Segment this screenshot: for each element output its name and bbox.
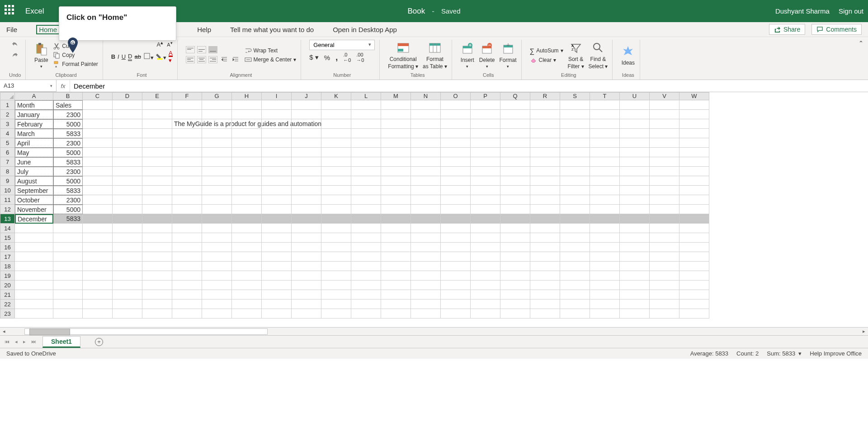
align-bottom-button[interactable]	[208, 46, 217, 53]
cell-A19[interactable]	[15, 271, 53, 281]
cell-R12[interactable]	[530, 205, 560, 214]
cell-V23[interactable]	[650, 309, 679, 318]
double-underline-button[interactable]: D	[128, 53, 132, 61]
cell-P4[interactable]	[471, 129, 500, 138]
cell-N22[interactable]	[411, 300, 441, 309]
cell-L3[interactable]	[351, 119, 381, 129]
cell-W1[interactable]	[679, 100, 709, 110]
cell-R21[interactable]	[530, 290, 560, 300]
cell-F22[interactable]	[172, 300, 202, 309]
cell-E8[interactable]	[142, 167, 172, 176]
cell-A7[interactable]: June	[15, 157, 53, 167]
currency-button[interactable]: $ ▾	[309, 53, 319, 61]
cell-L16[interactable]	[351, 243, 381, 252]
cell-I1[interactable]	[262, 100, 292, 110]
column-header-B[interactable]: B	[53, 92, 83, 100]
comma-button[interactable]: ,	[335, 53, 338, 62]
cell-F15[interactable]	[172, 233, 202, 243]
cell-O12[interactable]	[441, 205, 471, 214]
cell-E3[interactable]	[142, 119, 172, 129]
cell-Q4[interactable]	[500, 129, 530, 138]
format-painter-button[interactable]: Format Painter	[53, 61, 98, 68]
cell-R11[interactable]	[530, 195, 560, 205]
cell-G10[interactable]	[202, 186, 232, 195]
cell-P23[interactable]	[471, 309, 500, 318]
cell-L11[interactable]	[351, 195, 381, 205]
menu-help[interactable]: Help	[197, 26, 211, 33]
fx-icon[interactable]: fx	[57, 80, 70, 92]
delete-cells-button[interactable]: Delete▾	[479, 42, 495, 69]
cell-K8[interactable]	[321, 167, 351, 176]
cell-P16[interactable]	[471, 243, 500, 252]
cell-L21[interactable]	[351, 290, 381, 300]
row-header-14[interactable]: 14	[0, 224, 15, 233]
cell-S16[interactable]	[560, 243, 590, 252]
cell-P12[interactable]	[471, 205, 500, 214]
cell-O11[interactable]	[441, 195, 471, 205]
column-header-K[interactable]: K	[321, 92, 351, 100]
cell-A15[interactable]	[15, 233, 53, 243]
cell-I22[interactable]	[262, 300, 292, 309]
undo-button[interactable]	[10, 40, 19, 49]
cell-C17[interactable]	[83, 252, 113, 262]
cell-F2[interactable]	[172, 110, 202, 119]
cell-F8[interactable]	[172, 167, 202, 176]
cell-M10[interactable]	[381, 186, 411, 195]
cell-A11[interactable]: October	[15, 195, 53, 205]
cell-S13[interactable]	[560, 214, 590, 224]
cell-B18[interactable]	[53, 262, 83, 271]
sign-out-link[interactable]: Sign out	[839, 7, 863, 15]
cell-E4[interactable]	[142, 129, 172, 138]
cell-Q18[interactable]	[500, 262, 530, 271]
cell-M3[interactable]	[381, 119, 411, 129]
cell-S7[interactable]	[560, 157, 590, 167]
cell-S19[interactable]	[560, 271, 590, 281]
format-cells-button[interactable]: Format▾	[500, 42, 517, 69]
cell-U22[interactable]	[620, 300, 650, 309]
cell-S5[interactable]	[560, 138, 590, 148]
cell-K20[interactable]	[321, 281, 351, 290]
cell-W10[interactable]	[679, 186, 709, 195]
cell-R6[interactable]	[530, 148, 560, 157]
cell-Q13[interactable]	[500, 214, 530, 224]
cell-W2[interactable]	[679, 110, 709, 119]
cell-V22[interactable]	[650, 300, 679, 309]
cell-V20[interactable]	[650, 281, 679, 290]
cell-G2[interactable]	[202, 110, 232, 119]
cell-N17[interactable]	[411, 252, 441, 262]
row-header-16[interactable]: 16	[0, 243, 15, 252]
cell-H12[interactable]	[232, 205, 262, 214]
cell-I6[interactable]	[262, 148, 292, 157]
cell-V12[interactable]	[650, 205, 679, 214]
row-header-3[interactable]: 3	[0, 119, 15, 129]
cell-G1[interactable]	[202, 100, 232, 110]
cell-H13[interactable]	[232, 214, 262, 224]
cell-L4[interactable]	[351, 129, 381, 138]
cell-I3[interactable]	[262, 119, 292, 129]
cell-J12[interactable]	[292, 205, 321, 214]
row-header-15[interactable]: 15	[0, 233, 15, 243]
cell-V14[interactable]	[650, 224, 679, 233]
cell-I16[interactable]	[262, 243, 292, 252]
cell-A12[interactable]: November	[15, 205, 53, 214]
cell-B17[interactable]	[53, 252, 83, 262]
cell-O9[interactable]	[441, 176, 471, 186]
row-header-2[interactable]: 2	[0, 110, 15, 119]
cell-B23[interactable]	[53, 309, 83, 318]
cell-F13[interactable]	[172, 214, 202, 224]
cell-R20[interactable]	[530, 281, 560, 290]
cell-U11[interactable]	[620, 195, 650, 205]
cell-C8[interactable]	[83, 167, 113, 176]
cell-O6[interactable]	[441, 148, 471, 157]
formula-input[interactable]	[70, 82, 868, 90]
menu-home[interactable]: Home	[36, 25, 60, 34]
cell-J22[interactable]	[292, 300, 321, 309]
cell-V15[interactable]	[650, 233, 679, 243]
cell-I23[interactable]	[262, 309, 292, 318]
cell-W6[interactable]	[679, 148, 709, 157]
cell-K21[interactable]	[321, 290, 351, 300]
cell-H1[interactable]	[232, 100, 262, 110]
cell-K9[interactable]	[321, 176, 351, 186]
cell-M1[interactable]	[381, 100, 411, 110]
cell-R7[interactable]	[530, 157, 560, 167]
